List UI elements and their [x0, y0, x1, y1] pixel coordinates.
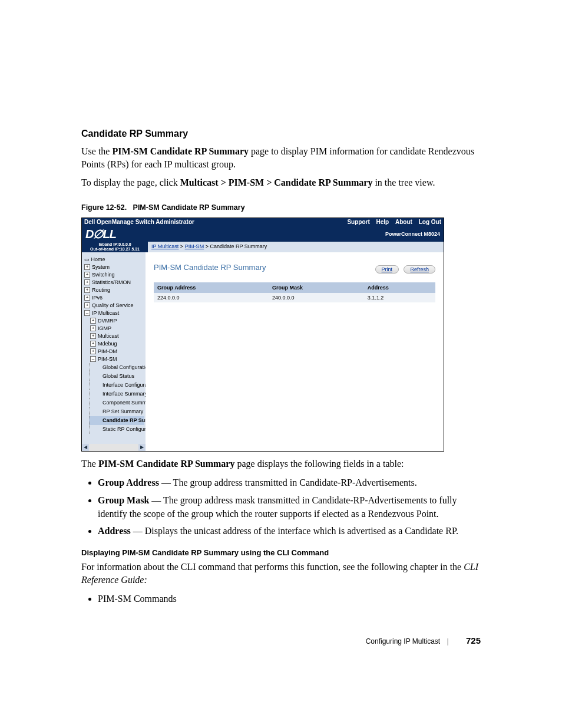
tree-label: PIM-SM: [98, 356, 117, 362]
cli-heading: Displaying PIM-SM Candidate RP Summary u…: [81, 548, 482, 557]
info-band: Inband IP:0.0.0.0 Out-of-band IP:10.27.5…: [82, 242, 444, 252]
tree-qos[interactable]: +Quality of Service: [84, 302, 144, 309]
window-titlebar: Dell OpenManage Switch Administrator Sup…: [82, 218, 444, 226]
tree-label: Quality of Service: [92, 302, 134, 308]
section-heading: Candidate RP Summary: [81, 129, 482, 139]
table-header-row: Group Address Group Mask Address: [154, 282, 435, 293]
footer-page-number: 725: [466, 635, 481, 645]
print-button[interactable]: Print: [375, 265, 399, 274]
expand-icon[interactable]: +: [90, 318, 96, 324]
text: in the tree view.: [372, 177, 435, 187]
tree-rpset-summary[interactable]: RP Set Summary: [89, 407, 144, 416]
tree-label: System: [92, 264, 110, 270]
text: page displays the following fields in a …: [234, 459, 404, 469]
tree-iface-summary[interactable]: Interface Summary: [89, 390, 144, 398]
text-bold: Multicast > PIM-SM > Candidate RP Summar…: [180, 177, 373, 187]
crumb-pimsm[interactable]: PIM-SM: [185, 243, 204, 249]
tree-label: DVMRP: [98, 318, 117, 324]
text: Use the: [81, 146, 112, 156]
tree-static-rp[interactable]: Static RP Configurati: [89, 425, 144, 434]
text-bold: PIM-SM Candidate RP Summary: [112, 146, 249, 156]
tree-hscrollbar[interactable]: ◀ ▶: [82, 444, 146, 451]
term: Group Mask: [98, 495, 149, 505]
tree-candidate-rp[interactable]: Candidate RP Summ: [89, 416, 144, 425]
figure-caption: Figure 12-52. PIM-SM Candidate RP Summar…: [81, 203, 482, 212]
cell-address: 3.1.1.2: [364, 293, 435, 302]
tree-switching[interactable]: +Switching: [84, 271, 144, 279]
text-bold: PIM-SM Candidate RP Summary: [98, 459, 235, 469]
tree-label: Mdebug: [98, 341, 117, 347]
scroll-left-icon[interactable]: ◀: [82, 444, 89, 451]
page-footer: Configuring IP Multicast | 725: [366, 635, 481, 645]
nav-tree[interactable]: ▭ Home +System +Switching +Statistics/RM…: [82, 252, 146, 451]
tree-pimsm[interactable]: –PIM-SM: [84, 355, 144, 363]
figure-number: Figure 12-52.: [81, 203, 127, 212]
expand-icon[interactable]: +: [90, 348, 96, 354]
term: Address: [98, 526, 131, 536]
desc: — The group address transmitted in Candi…: [159, 477, 417, 487]
term: Group Address: [98, 477, 159, 487]
scroll-right-icon[interactable]: ▶: [138, 444, 146, 451]
tree-stats[interactable]: +Statistics/RMON: [84, 279, 144, 286]
expand-icon[interactable]: +: [84, 302, 90, 308]
tree-global-config[interactable]: Global Configuration: [89, 363, 144, 372]
cli-paragraph: For information about the CLI command th…: [81, 561, 482, 586]
th-group-mask: Group Mask: [269, 282, 364, 293]
tree-igmp[interactable]: +IGMP: [84, 325, 144, 332]
tree-dvmrp[interactable]: +DVMRP: [84, 317, 144, 325]
footer-separator: |: [447, 637, 449, 645]
text: The: [81, 459, 98, 469]
tree-multicast[interactable]: +Multicast: [84, 332, 144, 340]
breadcrumb: IP Multicast > PIM-SM > Candidate RP Sum…: [148, 242, 270, 252]
tree-label: IP Multicast: [92, 310, 119, 316]
tree-mdebug[interactable]: +Mdebug: [84, 340, 144, 348]
expand-icon[interactable]: +: [84, 295, 90, 301]
tree-ipmulticast[interactable]: –IP Multicast: [84, 309, 144, 317]
ip-info: Inband IP:0.0.0.0 Out-of-band IP:10.27.5…: [82, 242, 148, 252]
link-logout[interactable]: Log Out: [419, 219, 441, 225]
desc: — Displays the unicast address of the in…: [131, 526, 458, 536]
device-model: PowerConnect M8024: [385, 231, 440, 237]
list-item: Address — Displays the unicast address o…: [98, 524, 482, 538]
tree-global-status[interactable]: Global Status: [89, 372, 144, 381]
admin-screenshot: Dell OpenManage Switch Administrator Sup…: [81, 218, 444, 452]
tree-label: Home: [91, 256, 105, 262]
tree-ipv6[interactable]: +IPv6: [84, 294, 144, 302]
desc: — The group address mask transmitted in …: [98, 495, 457, 519]
th-address: Address: [364, 282, 435, 293]
expand-icon[interactable]: +: [84, 287, 90, 293]
header-links: Support Help About Log Out: [342, 218, 441, 226]
tree-routing[interactable]: +Routing: [84, 286, 144, 294]
list-item: PIM-SM Commands: [98, 592, 482, 605]
intro-paragraph: Use the PIM-SM Candidate RP Summary page…: [81, 145, 482, 170]
expand-icon[interactable]: +: [84, 279, 90, 285]
tree-label: IGMP: [98, 325, 111, 331]
expand-icon[interactable]: +: [84, 264, 90, 270]
cell-group-address: 224.0.0.0: [154, 293, 269, 302]
tree-pimdm[interactable]: +PIM-DM: [84, 348, 144, 355]
collapse-icon[interactable]: –: [84, 310, 90, 316]
tree-home[interactable]: ▭ Home: [84, 256, 144, 263]
crumb-ipmulticast[interactable]: IP Multicast: [151, 243, 178, 249]
list-item: Group Mask — The group address mask tran…: [98, 493, 482, 521]
tree-label: Switching: [92, 272, 115, 278]
cell-group-mask: 240.0.0.0: [269, 293, 364, 302]
link-support[interactable]: Support: [347, 219, 369, 225]
expand-icon[interactable]: +: [90, 325, 96, 331]
inband-ip: Inband IP:0.0.0.0: [83, 242, 147, 247]
summary-table: Group Address Group Mask Address 224.0.0…: [154, 282, 435, 302]
tree-iface-config[interactable]: Interface Configuration: [89, 381, 144, 390]
expand-icon[interactable]: +: [90, 341, 96, 347]
link-about[interactable]: About: [395, 219, 412, 225]
home-icon: ▭: [84, 256, 90, 262]
tree-system[interactable]: +System: [84, 263, 144, 271]
expand-icon[interactable]: +: [90, 333, 96, 339]
main-pane: PIM-SM Candidate RP Summary Print Refres…: [146, 252, 444, 451]
expand-icon[interactable]: +: [84, 272, 90, 278]
link-help[interactable]: Help: [376, 219, 389, 225]
field-list: Group Address — The group address transm…: [98, 476, 482, 538]
collapse-icon[interactable]: –: [90, 356, 96, 362]
refresh-button[interactable]: Refresh: [404, 265, 435, 274]
tree-label: Routing: [92, 287, 110, 293]
tree-comp-summary[interactable]: Component Summary: [89, 398, 144, 407]
